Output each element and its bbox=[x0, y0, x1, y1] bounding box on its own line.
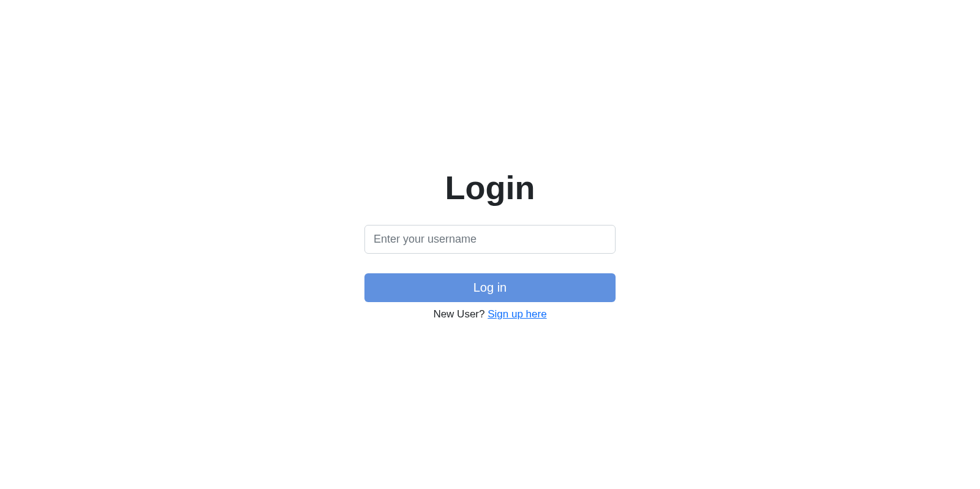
login-form: Login Log in New User? Sign up here bbox=[364, 169, 616, 320]
username-input[interactable] bbox=[364, 225, 616, 254]
signup-prompt: New User? bbox=[433, 308, 488, 320]
signup-row: New User? Sign up here bbox=[364, 308, 616, 320]
login-button[interactable]: Log in bbox=[364, 273, 616, 302]
signup-link[interactable]: Sign up here bbox=[488, 308, 546, 320]
login-title: Login bbox=[364, 169, 616, 207]
